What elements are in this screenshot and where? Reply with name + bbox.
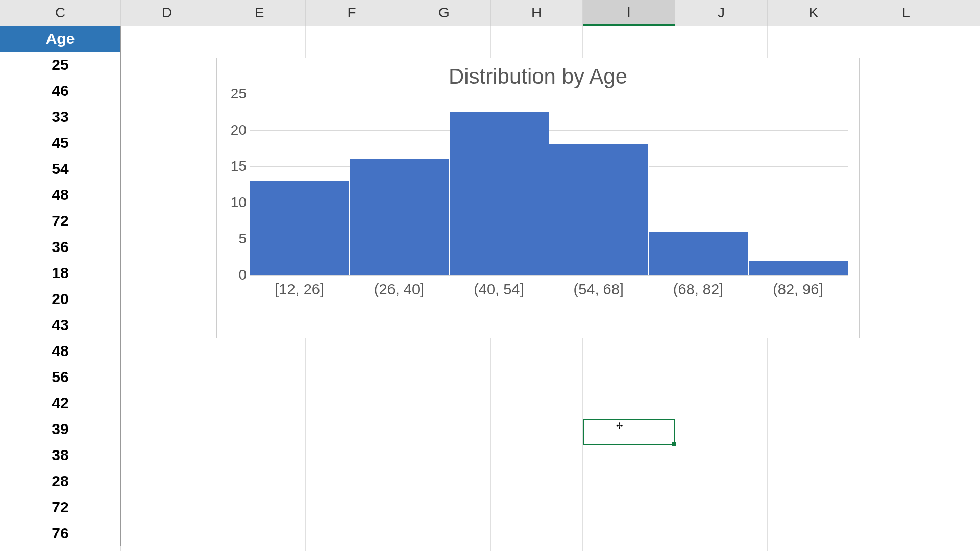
data-cell[interactable]: 33	[0, 104, 120, 130]
data-cell[interactable]: 56	[0, 364, 120, 390]
data-header-cell[interactable]: Age	[0, 26, 120, 52]
chart-title: Distribution by Age	[224, 64, 852, 89]
histogram-bar[interactable]	[649, 232, 748, 275]
data-cell[interactable]: 38	[0, 442, 120, 468]
column-header-l[interactable]: L	[860, 0, 952, 26]
data-cell[interactable]: 76	[0, 520, 120, 546]
column-header-g[interactable]: G	[398, 0, 491, 26]
column-header-j[interactable]: J	[675, 0, 768, 26]
column-header-d[interactable]: D	[121, 0, 213, 26]
column-header-k[interactable]: K	[768, 0, 860, 26]
y-tick-label: 0	[222, 267, 247, 283]
column-header-f[interactable]: F	[306, 0, 398, 26]
data-cell[interactable]: 48	[0, 338, 120, 364]
data-cell[interactable]: 36	[0, 234, 120, 260]
data-cell[interactable]: 46	[0, 78, 120, 104]
histogram-chart[interactable]: Distribution by Age 0510152025 [12, 26](…	[216, 58, 860, 338]
y-tick-label: 5	[222, 231, 247, 247]
column-header-c[interactable]: C	[0, 0, 121, 26]
column-header-e[interactable]: E	[213, 0, 306, 26]
histogram-bar[interactable]	[250, 181, 350, 275]
histogram-bar[interactable]	[749, 261, 848, 275]
data-cell[interactable]: 42	[0, 390, 120, 416]
data-cell[interactable]: 25	[0, 52, 120, 78]
histogram-bar[interactable]	[450, 112, 549, 276]
histogram-bar[interactable]	[350, 159, 449, 275]
y-tick-label: 15	[222, 158, 247, 174]
data-column-c: Age2546334554487236182043485642393828727…	[0, 26, 121, 546]
data-cell[interactable]: 48	[0, 182, 120, 208]
spreadsheet-grid[interactable]: Age2546334554487236182043485642393828727…	[0, 26, 980, 551]
data-cell[interactable]: 45	[0, 130, 120, 156]
chart-x-axis: [12, 26](26, 40](40, 54](54, 68](68, 82]…	[250, 281, 848, 298]
x-tick-label: (82, 96]	[748, 281, 848, 298]
y-tick-label: 10	[222, 194, 247, 211]
data-cell[interactable]: 28	[0, 468, 120, 494]
column-header-i[interactable]: I	[583, 0, 675, 26]
data-cell[interactable]: 20	[0, 286, 120, 312]
cursor-icon: ✢	[616, 421, 623, 431]
data-cell[interactable]: 18	[0, 260, 120, 286]
data-cell[interactable]: 39	[0, 416, 120, 442]
x-tick-label: (26, 40]	[349, 281, 449, 298]
column-headers: CDEFGHIJKL	[0, 0, 980, 26]
data-cell[interactable]: 72	[0, 494, 120, 520]
y-tick-label: 20	[222, 122, 247, 138]
y-tick-label: 25	[222, 86, 247, 102]
x-tick-label: (68, 82]	[648, 281, 748, 298]
data-cell[interactable]: 54	[0, 156, 120, 182]
histogram-bar[interactable]	[549, 144, 649, 275]
data-cell[interactable]: 72	[0, 208, 120, 234]
x-tick-label: (40, 54]	[449, 281, 549, 298]
x-tick-label: [12, 26]	[250, 281, 349, 298]
x-tick-label: (54, 68]	[549, 281, 648, 298]
data-cell[interactable]: 43	[0, 312, 120, 338]
column-header-h[interactable]: H	[491, 0, 583, 26]
chart-plot-area: 0510152025	[250, 94, 848, 275]
